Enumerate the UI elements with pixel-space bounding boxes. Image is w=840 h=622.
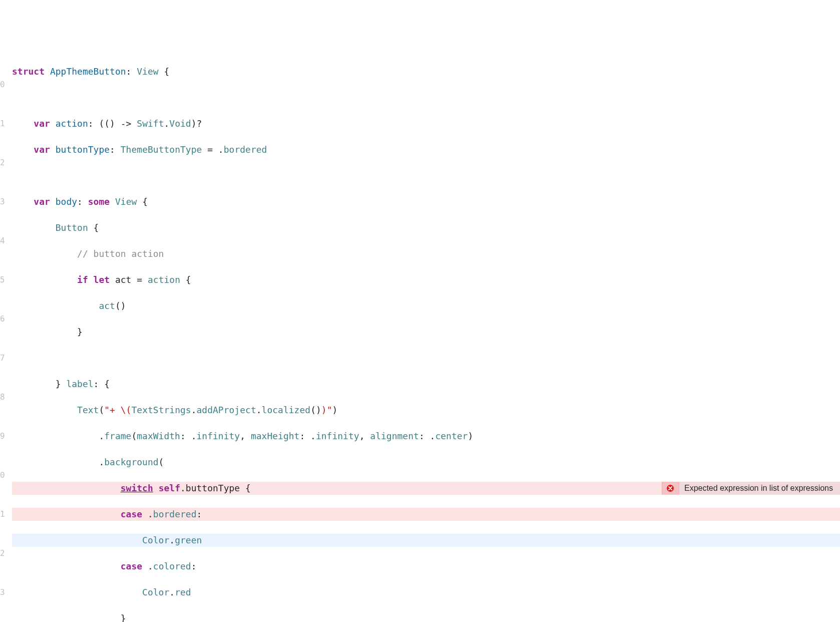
error-message: Expected expression in list of expressio…	[679, 482, 840, 495]
member-red: red	[175, 587, 191, 597]
prop-body: body	[56, 196, 77, 207]
member-infinity: infinity	[196, 431, 240, 441]
keyword-struct: struct	[12, 66, 45, 77]
keyword-some: some	[88, 196, 110, 207]
code-editor[interactable]: 0 1 2 3 4 5 6 7 8 9 0 1 2 3 4 5 6 7 8 9 …	[0, 52, 840, 622]
type-text: Text	[77, 405, 99, 415]
keyword-self: self	[159, 483, 180, 493]
arg-maxheight: maxHeight	[251, 431, 300, 441]
keyword-let: let	[94, 274, 110, 285]
type-void: Void	[169, 118, 191, 129]
prop-action: action	[56, 118, 88, 129]
case-bordered: bordered	[153, 509, 197, 519]
call-act: act	[99, 300, 115, 311]
string-interp-open: \(	[121, 405, 132, 415]
keyword-if: if	[77, 274, 88, 285]
type-color: Color	[142, 535, 169, 545]
error-icon[interactable]	[662, 482, 679, 495]
member-green: green	[175, 535, 202, 545]
ref-buttontype: buttonType	[186, 483, 240, 493]
call-frame: frame	[104, 431, 131, 441]
keyword-var: var	[34, 118, 50, 129]
type-name: AppThemeButton	[50, 66, 126, 77]
keyword-var: var	[34, 144, 50, 155]
type-themebuttontype: ThemeButtonType	[121, 144, 202, 155]
arg-alignment: alignment	[370, 431, 419, 441]
type-button: Button	[56, 222, 88, 233]
comment: // button action	[77, 248, 164, 259]
type-view: View	[115, 196, 137, 207]
case-colored: colored	[153, 561, 191, 571]
protocol-view: View	[137, 66, 158, 77]
keyword-case: case	[121, 561, 142, 571]
ref-action: action	[148, 274, 180, 285]
string-open: "+	[104, 405, 121, 415]
keyword-switch: switch	[121, 483, 153, 493]
member-addaproject: addAProject	[197, 405, 256, 415]
current-line: Color.green	[12, 534, 840, 547]
error-banner[interactable]: Expected expression in list of expressio…	[662, 482, 840, 495]
member-bordered: bordered	[224, 144, 267, 155]
arg-label: label	[66, 379, 93, 389]
member-localized: localized	[262, 405, 311, 415]
call-background: background	[104, 457, 158, 467]
member-infinity: infinity	[316, 431, 359, 441]
string-interp-close: )	[321, 405, 327, 415]
code-area[interactable]: struct AppThemeButton: View { var action…	[5, 52, 840, 622]
member-center: center	[435, 431, 468, 441]
keyword-case: case	[121, 509, 142, 519]
type-color: Color	[142, 587, 169, 597]
string-close: "	[327, 405, 332, 415]
error-line[interactable]: switch self.buttonType {Expected express…	[12, 482, 840, 495]
keyword-var: var	[34, 196, 50, 207]
type-textstrings: TextStrings	[131, 405, 191, 415]
line-gutter: 0 1 2 3 4 5 6 7 8 9 0 1 2 3 4 5 6 7 8 9 …	[0, 52, 5, 622]
prop-buttontype: buttonType	[56, 144, 110, 155]
type-swift: Swift	[137, 118, 164, 129]
arg-maxwidth: maxWidth	[137, 431, 180, 441]
